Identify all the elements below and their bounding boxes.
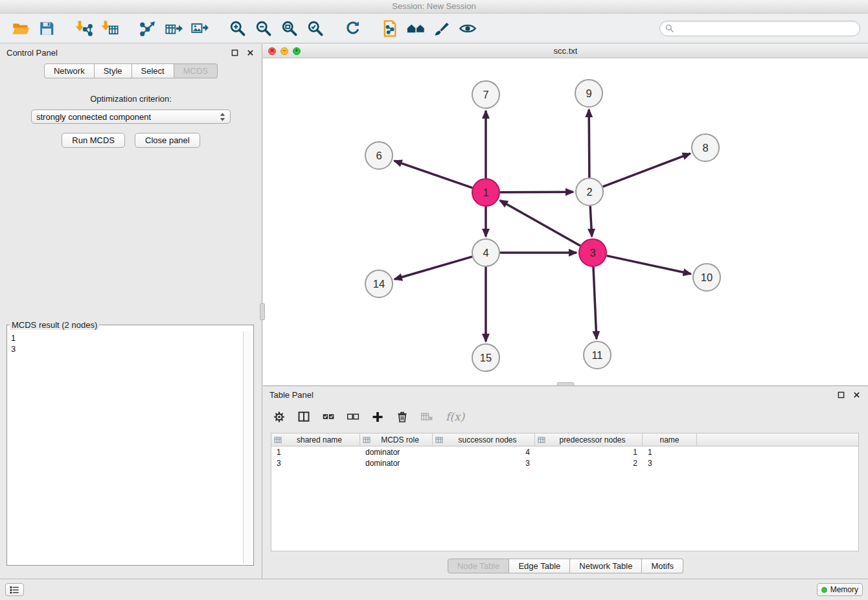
search-input[interactable] — [677, 23, 854, 34]
edge-1-6[interactable] — [394, 161, 473, 188]
edge-3-11[interactable] — [593, 267, 597, 339]
list-icon — [10, 586, 19, 594]
graph-node-9[interactable]: 9 — [575, 80, 602, 107]
svg-text:8: 8 — [702, 142, 708, 154]
first-neighbors-button[interactable] — [404, 16, 428, 41]
graph-node-10[interactable]: 10 — [693, 264, 720, 291]
column-header-predecessor-nodes[interactable]: predecessor nodes — [535, 433, 643, 446]
table-row[interactable]: 1 dominator 4 1 1 — [271, 446, 858, 457]
import-table-button[interactable] — [98, 16, 122, 41]
float-table-panel-button[interactable] — [836, 389, 846, 400]
eye-icon — [459, 19, 477, 38]
run-mcds-button[interactable]: Run MCDS — [62, 133, 125, 148]
table-row[interactable]: 3 dominator 3 2 3 — [271, 457, 858, 468]
edge-1-2[interactable] — [500, 192, 573, 192]
zoom-window-button[interactable]: + — [293, 47, 301, 55]
vertical-splitter-grip[interactable] — [260, 303, 265, 320]
export-table-button[interactable] — [161, 16, 186, 41]
close-panel-pushbutton[interactable]: Close panel — [135, 133, 200, 148]
open-session-button[interactable] — [8, 16, 33, 41]
graph-node-14[interactable]: 14 — [365, 270, 393, 297]
edge-3-1[interactable] — [500, 200, 580, 246]
svg-text:6: 6 — [376, 150, 382, 161]
zoom-selected-button[interactable] — [303, 16, 327, 41]
delete-table-button[interactable] — [417, 406, 437, 427]
network-window-title: scc.txt — [263, 46, 868, 56]
tab-motifs[interactable]: Motifs — [642, 559, 683, 573]
network-from-selection-button[interactable] — [378, 16, 402, 41]
tab-select[interactable]: Select — [132, 63, 174, 78]
export-image-button[interactable] — [187, 16, 212, 41]
refresh-layout-button[interactable] — [340, 16, 365, 41]
svg-text:15: 15 — [480, 352, 492, 363]
edge-2-3[interactable] — [590, 206, 592, 237]
graph-node-3[interactable]: 3 — [579, 239, 606, 266]
graph-node-2[interactable]: 2 — [576, 178, 603, 205]
memory-button[interactable]: Memory — [817, 583, 863, 596]
graph-node-6[interactable]: 6 — [365, 142, 393, 169]
task-history-button[interactable] — [5, 583, 24, 596]
tab-edge-table[interactable]: Edge Table — [509, 559, 570, 573]
network-canvas[interactable]: 7968124314101511 — [263, 58, 868, 385]
table-header-row: shared name MCDS role successor nodes — [271, 433, 858, 446]
mcds-result-title: MCDS result (2 nodes) — [10, 320, 99, 330]
cell-mcds-role: dominator — [360, 448, 433, 457]
edge-2-8[interactable] — [603, 154, 691, 187]
tab-network[interactable]: Network — [44, 63, 95, 78]
zoom-out-button[interactable] — [251, 16, 275, 41]
tab-style[interactable]: Style — [95, 63, 132, 78]
minimize-window-button[interactable]: − — [280, 47, 288, 55]
function-builder-button[interactable]: f(x) — [446, 410, 464, 423]
column-header-shared-name[interactable]: shared name — [271, 433, 360, 446]
apply-style-button[interactable] — [429, 16, 454, 41]
status-bar: Memory — [0, 579, 868, 600]
column-header-mcds-role[interactable]: MCDS role — [360, 433, 433, 446]
column-header-successor-nodes[interactable]: successor nodes — [433, 433, 535, 446]
cell-shared-name: 3 — [271, 459, 360, 468]
import-network-icon — [75, 19, 93, 38]
cell-successor-nodes: 4 — [433, 448, 535, 457]
show-columns-button[interactable] — [293, 406, 314, 427]
result-scrollbar[interactable] — [243, 331, 252, 564]
close-panel-button[interactable] — [245, 47, 255, 58]
add-column-button[interactable] — [367, 406, 388, 427]
zoom-fit-icon — [280, 19, 298, 37]
select-all-rows-button[interactable] — [318, 406, 339, 427]
import-network-button[interactable] — [72, 16, 97, 41]
zoom-fit-button[interactable] — [277, 16, 301, 41]
tab-network-table[interactable]: Network Table — [570, 559, 642, 573]
graph-node-8[interactable]: 8 — [692, 134, 719, 161]
criterion-select[interactable]: strongly connected component — [31, 110, 231, 124]
edge-2-9[interactable] — [589, 110, 589, 178]
delete-column-button[interactable] — [392, 406, 413, 427]
graph-node-1[interactable]: 1 — [472, 179, 499, 206]
svg-text:3: 3 — [589, 247, 595, 259]
edge-3-10[interactable] — [607, 256, 691, 274]
close-table-panel-button[interactable] — [851, 389, 862, 400]
show-hide-button[interactable] — [455, 16, 480, 41]
graph-node-11[interactable]: 11 — [584, 341, 611, 369]
cell-name: 3 — [643, 459, 697, 468]
graph-node-4[interactable]: 4 — [472, 239, 499, 266]
gear-icon — [273, 410, 286, 424]
graph-node-7[interactable]: 7 — [472, 81, 499, 108]
houses-icon — [406, 19, 426, 38]
deselect-all-rows-button[interactable] — [343, 406, 363, 427]
table-settings-button[interactable] — [269, 406, 290, 427]
save-session-button[interactable] — [34, 16, 59, 41]
graph-node-15[interactable]: 15 — [472, 344, 499, 371]
network-from-selection-icon — [381, 19, 399, 38]
column-header-name[interactable]: name — [643, 433, 697, 446]
close-window-button[interactable]: ✕ — [268, 47, 276, 55]
tab-node-table[interactable]: Node Table — [448, 559, 510, 573]
control-panel-header: Control Panel — [0, 44, 262, 61]
float-panel-button[interactable] — [229, 47, 240, 58]
zoom-in-button[interactable] — [225, 16, 249, 41]
optimization-criterion-label: Optimization criterion: — [0, 94, 262, 104]
edge-4-14[interactable] — [394, 257, 472, 279]
float-window-icon — [231, 49, 238, 56]
tab-mcds[interactable]: MCDS — [174, 63, 218, 78]
combo-arrows-icon — [220, 112, 225, 122]
column-header-filler — [697, 433, 858, 446]
export-network-button[interactable] — [135, 16, 160, 41]
